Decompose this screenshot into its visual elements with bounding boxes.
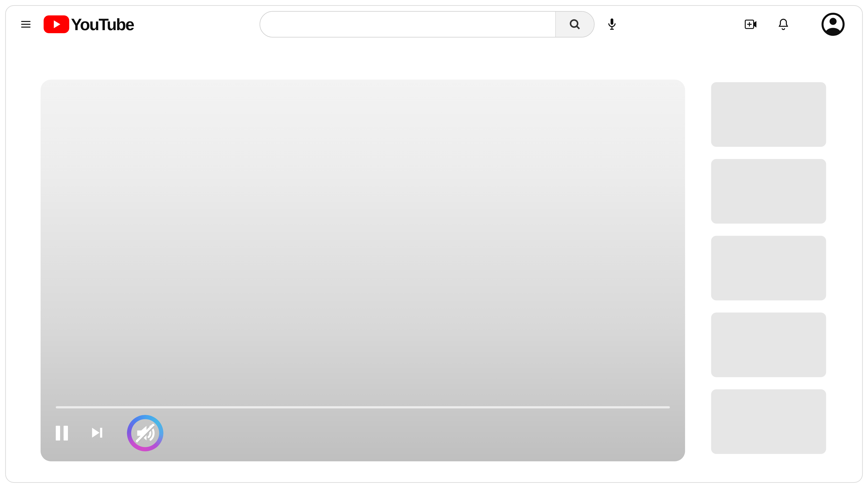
app-window: YouTube	[5, 5, 863, 483]
microphone-icon	[607, 18, 617, 31]
voice-search-button[interactable]	[603, 15, 621, 33]
recommended-thumbnail[interactable]	[711, 82, 826, 147]
recommended-thumbnail[interactable]	[711, 313, 826, 377]
mute-button[interactable]	[128, 416, 162, 450]
account-avatar-icon	[822, 12, 845, 36]
svg-rect-13	[100, 428, 102, 437]
account-button[interactable]	[822, 12, 845, 36]
header-actions	[743, 12, 845, 36]
main-content	[6, 79, 862, 461]
player-controls	[40, 414, 685, 461]
youtube-logo[interactable]: YouTube	[43, 15, 134, 34]
search-input[interactable]	[260, 12, 555, 37]
recommended-thumbnail[interactable]	[711, 159, 826, 224]
recommendations-sidebar	[711, 82, 826, 461]
search-button[interactable]	[555, 12, 594, 37]
youtube-logo-mark-icon	[43, 15, 69, 33]
search-container	[259, 11, 621, 37]
play-pause-button[interactable]	[56, 426, 68, 441]
hamburger-icon	[20, 19, 31, 30]
youtube-logo-text: YouTube	[71, 15, 134, 34]
video-player[interactable]	[40, 79, 685, 461]
next-track-icon	[90, 425, 104, 441]
create-video-icon	[744, 18, 757, 31]
recommended-thumbnail[interactable]	[711, 236, 826, 300]
pause-icon	[56, 426, 68, 441]
header-bar: YouTube	[6, 6, 862, 43]
bell-icon	[777, 18, 790, 31]
svg-line-4	[577, 26, 580, 29]
create-button[interactable]	[743, 17, 758, 32]
svg-point-12	[830, 18, 837, 25]
menu-button[interactable]	[19, 18, 33, 31]
svg-rect-5	[611, 19, 614, 25]
search-box	[259, 11, 595, 37]
search-icon	[569, 18, 581, 30]
volume-muted-icon	[128, 416, 162, 450]
progress-bar[interactable]	[56, 406, 670, 409]
next-button[interactable]	[90, 425, 104, 441]
svg-point-3	[570, 20, 578, 27]
recommended-thumbnail[interactable]	[711, 389, 826, 454]
notifications-button[interactable]	[776, 17, 791, 32]
